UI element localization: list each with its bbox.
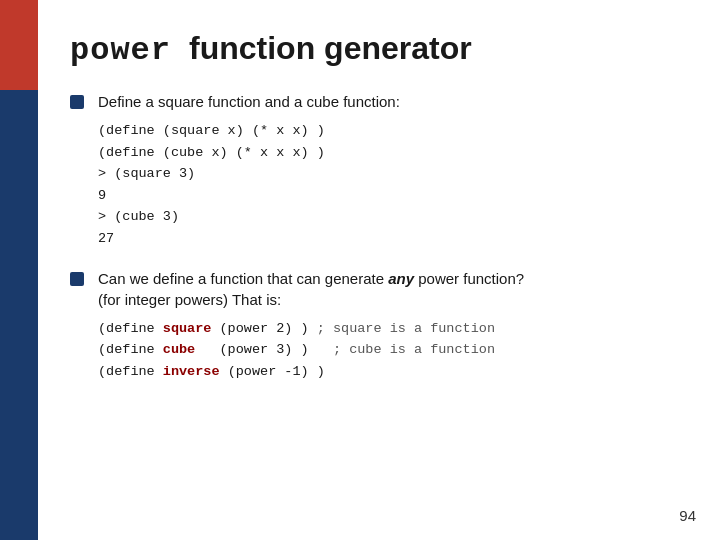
bullet-2-section: Can we define a function that can genera… bbox=[70, 268, 680, 387]
code-line-3: > (square 3) bbox=[98, 163, 680, 185]
code-line-define-square: (define square (power 2) ) ; square is a… bbox=[98, 318, 680, 340]
bullet-2-text-italic: any bbox=[388, 270, 414, 287]
page-number: 94 bbox=[679, 507, 696, 524]
accent-top-bar bbox=[0, 0, 38, 90]
code-line-4: 9 bbox=[98, 185, 680, 207]
code-line-6: 27 bbox=[98, 228, 680, 250]
slide-content: power function generator Define a square… bbox=[60, 20, 680, 386]
code-line-define-cube: (define cube (power 3) ) ; cube is a fun… bbox=[98, 339, 680, 361]
code-line-5: > (cube 3) bbox=[98, 206, 680, 228]
title-normal: function generator bbox=[189, 30, 472, 67]
left-sidebar-bar bbox=[0, 0, 38, 540]
slide-container: power function generator Define a square… bbox=[0, 0, 720, 540]
bullet-2-text-line2: (for integer powers) That is: bbox=[98, 291, 281, 308]
bullet-2-text-before: Can we define a function that can genera… bbox=[98, 270, 388, 287]
bullet-1-content: Define a square function and a cube func… bbox=[98, 91, 680, 254]
bullet-1-section: Define a square function and a cube func… bbox=[70, 91, 680, 254]
title-mono: power bbox=[70, 32, 171, 69]
bullet-1-code: (define (square x) (* x x) ) (define (cu… bbox=[98, 120, 680, 250]
code-line-1: (define (square x) (* x x) ) bbox=[98, 120, 680, 142]
bullet-1-icon bbox=[70, 95, 84, 109]
bullet-2-text: Can we define a function that can genera… bbox=[98, 268, 680, 310]
bullet-1-text: Define a square function and a cube func… bbox=[98, 91, 680, 112]
code-line-2: (define (cube x) (* x x x) ) bbox=[98, 142, 680, 164]
bullet-2-code: (define square (power 2) ) ; square is a… bbox=[98, 318, 680, 383]
bullet-2-content: Can we define a function that can genera… bbox=[98, 268, 680, 387]
bullet-2-text-after: power function? bbox=[414, 270, 524, 287]
slide-title: power function generator bbox=[70, 30, 680, 69]
bullet-2-icon bbox=[70, 272, 84, 286]
code-line-define-inverse: (define inverse (power -1) ) bbox=[98, 361, 680, 383]
